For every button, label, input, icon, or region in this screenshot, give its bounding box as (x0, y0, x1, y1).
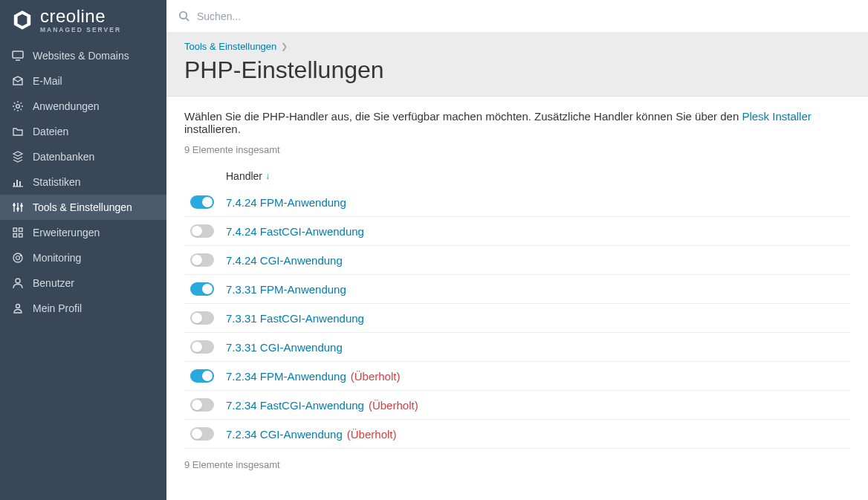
column-handler-header[interactable]: Handler ↓ (226, 170, 850, 182)
svg-point-19 (20, 254, 22, 256)
handler-toggle[interactable] (190, 369, 214, 383)
handler-toggle[interactable] (190, 311, 214, 325)
svg-line-23 (186, 18, 189, 21)
logo-icon (10, 8, 34, 32)
sidebar-item-websites-domains[interactable]: Websites & Domains (0, 43, 166, 68)
sidebar-item-label: Tools & Einstellungen (33, 201, 132, 213)
svg-rect-13 (13, 228, 17, 232)
handler-link[interactable]: 7.2.34 FPM-Anwendung (226, 370, 346, 383)
table-row: 7.4.24 CGI-Anwendung (184, 246, 850, 275)
handler-toggle[interactable] (190, 195, 214, 209)
sidebar-item-mein-profil[interactable]: Mein Profil (0, 296, 166, 321)
handler-toggle[interactable] (190, 398, 214, 412)
content-area: Wählen Sie die PHP-Handler aus, die Sie … (166, 97, 868, 484)
table-row: 7.2.34 FPM-Anwendung (Überholt) (184, 362, 850, 391)
table-row: 7.2.34 CGI-Anwendung (Überholt) (184, 420, 850, 449)
svg-point-18 (16, 256, 20, 259)
logo-text-sub: MANAGED SERVER (40, 27, 121, 33)
sidebar-item-anwendungen[interactable]: Anwendungen (0, 94, 166, 119)
plesk-installer-link[interactable]: Plesk Installer (742, 110, 811, 123)
sidebar-nav: Websites & DomainsE-MailAnwendungenDatei… (0, 41, 166, 321)
search-icon (178, 10, 190, 22)
svg-point-10 (16, 207, 19, 210)
breadcrumb-parent-link[interactable]: Tools & Einstellungen (184, 41, 276, 52)
sidebar-item-dateien[interactable]: Dateien (0, 119, 166, 144)
table-row: 7.3.31 FPM-Anwendung (184, 275, 850, 304)
handler-link[interactable]: 7.4.24 CGI-Anwendung (226, 254, 343, 267)
table-row: 7.2.34 FastCGI-Anwendung (Überholt) (184, 391, 850, 420)
page-header: Tools & Einstellungen ❯ PHP-Einstellunge… (166, 33, 868, 97)
handler-toggle[interactable] (190, 340, 214, 354)
table-row: 7.3.31 FastCGI-Anwendung (184, 304, 850, 333)
handler-toggle[interactable] (190, 282, 214, 296)
sidebar-item-statistiken[interactable]: Statistiken (0, 169, 166, 195)
handler-link[interactable]: 7.4.24 FPM-Anwendung (226, 196, 346, 209)
sidebar-item-label: Mein Profil (33, 302, 82, 314)
main-content: Tools & Einstellungen ❯ PHP-Einstellunge… (166, 0, 868, 500)
column-handler-label: Handler (226, 170, 262, 182)
gear-icon (12, 100, 24, 112)
sidebar: creoline MANAGED SERVER Websites & Domai… (0, 0, 166, 500)
folder-icon (12, 126, 24, 137)
sidebar-item-label: Datenbanken (33, 151, 94, 163)
handler-toggle[interactable] (190, 427, 214, 441)
intro-prefix: Wählen Sie die PHP-Handler aus, die Sie … (184, 110, 742, 123)
sliders-icon (12, 201, 24, 213)
svg-rect-15 (13, 233, 17, 237)
profile-icon (12, 302, 24, 314)
sidebar-item-tools-einstellungen[interactable]: Tools & Einstellungen (0, 195, 166, 220)
item-count-top: 9 Elemente insgesamt (184, 144, 850, 155)
svg-point-2 (16, 104, 20, 108)
stats-icon (12, 176, 24, 188)
handler-toggle[interactable] (190, 224, 214, 238)
handler-table: Handler ↓ 7.4.24 FPM-Anwendung7.4.24 Fas… (184, 164, 850, 449)
mail-icon (12, 75, 24, 87)
sidebar-item-datenbanken[interactable]: Datenbanken (0, 144, 166, 169)
handler-link[interactable]: 7.2.34 FastCGI-Anwendung (226, 399, 364, 412)
sidebar-item-label: Benutzer (33, 277, 74, 289)
svg-point-12 (20, 204, 23, 207)
handler-link[interactable]: 7.3.31 CGI-Anwendung (226, 341, 343, 354)
table-row: 7.3.31 CGI-Anwendung (184, 333, 850, 362)
svg-rect-0 (13, 51, 23, 58)
sidebar-item-label: Erweiterungen (33, 227, 100, 238)
monitor-icon (12, 50, 24, 62)
svg-rect-16 (19, 233, 23, 237)
svg-point-21 (16, 304, 20, 308)
deprecated-badge: (Überholt) (347, 428, 397, 441)
deprecated-badge: (Überholt) (351, 370, 401, 383)
grid-icon (12, 227, 24, 238)
svg-point-8 (13, 204, 16, 207)
sidebar-item-label: Dateien (33, 126, 68, 137)
item-count-bottom: 9 Elemente insgesamt (184, 459, 850, 470)
sidebar-item-label: Websites & Domains (33, 50, 129, 62)
deprecated-badge: (Überholt) (369, 399, 418, 412)
page-title: PHP-Einstellungen (184, 56, 850, 84)
breadcrumb: Tools & Einstellungen ❯ (184, 41, 850, 52)
search-bar (166, 0, 868, 33)
table-header: Handler ↓ (184, 164, 850, 188)
sidebar-item-label: Anwendungen (33, 100, 100, 112)
sidebar-item-e-mail[interactable]: E-Mail (0, 68, 166, 94)
search-input[interactable] (197, 10, 856, 22)
sidebar-item-label: E-Mail (33, 75, 62, 87)
intro-suffix: installieren. (184, 123, 241, 135)
svg-point-22 (180, 12, 187, 19)
table-row: 7.4.24 FPM-Anwendung (184, 188, 850, 217)
sidebar-item-label: Monitoring (33, 252, 81, 264)
sidebar-item-erweiterungen[interactable]: Erweiterungen (0, 220, 166, 245)
svg-point-17 (13, 253, 22, 262)
intro-text: Wählen Sie die PHP-Handler aus, die Sie … (184, 110, 850, 135)
handler-link[interactable]: 7.4.24 FastCGI-Anwendung (226, 225, 364, 238)
handler-link[interactable]: 7.3.31 FPM-Anwendung (226, 283, 346, 296)
sidebar-item-monitoring[interactable]: Monitoring (0, 245, 166, 270)
radar-icon (12, 252, 24, 264)
logo: creoline MANAGED SERVER (0, 0, 166, 41)
sort-arrow-down-icon: ↓ (265, 171, 270, 181)
logo-text-main: creoline (40, 7, 121, 25)
handler-toggle[interactable] (190, 253, 214, 267)
sidebar-item-benutzer[interactable]: Benutzer (0, 270, 166, 296)
handler-link[interactable]: 7.3.31 FastCGI-Anwendung (226, 312, 364, 325)
user-icon (12, 277, 24, 289)
handler-link[interactable]: 7.2.34 CGI-Anwendung (226, 428, 343, 441)
